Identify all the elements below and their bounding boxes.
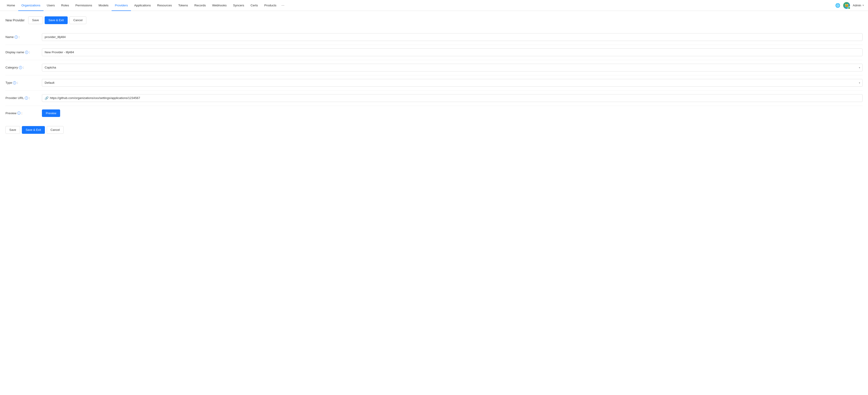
nav-item-roles[interactable]: Roles	[58, 0, 72, 11]
display-name-field	[42, 48, 863, 56]
display-name-info-icon[interactable]: i	[25, 51, 28, 54]
category-field: Captcha OAuth SAML LDAP WebAuthn ▾	[42, 64, 863, 71]
name-field	[42, 33, 863, 41]
type-row: Type i : Default ▾	[5, 75, 863, 91]
type-field: Default ▾	[42, 79, 863, 87]
nav-item-providers[interactable]: Providers	[112, 0, 131, 11]
avatar-badge	[848, 7, 850, 9]
nav-right: 🌐 🐱 Admin ▼	[835, 2, 864, 9]
type-info-icon[interactable]: i	[13, 81, 16, 85]
language-icon[interactable]: 🌐	[835, 3, 840, 8]
category-select[interactable]: Captcha OAuth SAML LDAP WebAuthn	[42, 64, 863, 71]
name-label: Name i :	[5, 35, 42, 39]
preview-button[interactable]: Preview	[42, 109, 60, 117]
category-label: Category i :	[5, 66, 42, 69]
name-input[interactable]	[42, 33, 863, 41]
preview-field: Preview	[42, 109, 863, 117]
bottom-toolbar: Save Save & Exit Cancel	[5, 126, 863, 134]
name-row: Name i :	[5, 30, 863, 45]
preview-label: Preview i :	[5, 111, 42, 115]
type-label: Type i :	[5, 81, 42, 85]
type-select[interactable]: Default	[42, 79, 863, 87]
nav-item-tokens[interactable]: Tokens	[175, 0, 191, 11]
display-name-row: Display name i :	[5, 45, 863, 60]
nav-item-products[interactable]: Products	[261, 0, 279, 11]
category-row: Category i : Captcha OAuth SAML LDAP Web…	[5, 60, 863, 75]
category-info-icon[interactable]: i	[19, 66, 22, 69]
save-exit-button-bottom[interactable]: Save & Exit	[22, 126, 45, 134]
provider-url-info-icon[interactable]: i	[25, 96, 28, 100]
nav-item-certs[interactable]: Certs	[247, 0, 261, 11]
url-input-wrapper: 🔗	[42, 94, 863, 102]
cancel-button-bottom[interactable]: Cancel	[47, 126, 64, 134]
nav-item-webhooks[interactable]: Webhooks	[209, 0, 230, 11]
nav-item-resources[interactable]: Resources	[154, 0, 175, 11]
provider-url-input[interactable]	[50, 96, 860, 100]
nav-item-organizations[interactable]: Organizations	[18, 0, 43, 11]
nav-item-models[interactable]: Models	[95, 0, 112, 11]
category-select-wrapper: Captcha OAuth SAML LDAP WebAuthn ▾	[42, 64, 863, 71]
link-icon: 🔗	[44, 96, 49, 100]
nav-item-applications[interactable]: Applications	[131, 0, 154, 11]
save-button-top[interactable]: Save	[28, 17, 43, 24]
nav-item-home[interactable]: Home	[4, 0, 18, 11]
display-name-label: Display name i :	[5, 51, 42, 54]
provider-url-label: Provider URL i :	[5, 96, 42, 100]
provider-url-row: Provider URL i : 🔗	[5, 91, 863, 106]
nav-item-syncers[interactable]: Syncers	[230, 0, 247, 11]
nav-more-button[interactable]: ···	[279, 0, 286, 11]
save-exit-button-top[interactable]: Save & Exit	[44, 17, 68, 24]
display-name-input[interactable]	[42, 48, 863, 56]
save-button-bottom[interactable]: Save	[5, 126, 20, 134]
provider-form: Name i : Display name i : Category i	[5, 30, 863, 121]
nav-item-users[interactable]: Users	[43, 0, 58, 11]
cancel-button-top[interactable]: Cancel	[69, 17, 86, 24]
nav-item-permissions[interactable]: Permissions	[72, 0, 95, 11]
preview-row: Preview i : Preview	[5, 106, 863, 121]
preview-info-icon[interactable]: i	[17, 111, 21, 115]
type-select-wrapper: Default ▾	[42, 79, 863, 87]
page-content: New Provider Save Save & Exit Cancel Nam…	[0, 11, 868, 139]
nav-bar: Home Organizations Users Roles Permissio…	[0, 0, 868, 11]
nav-items: Home Organizations Users Roles Permissio…	[4, 0, 835, 11]
avatar[interactable]: 🐱	[843, 2, 850, 9]
top-toolbar: New Provider Save Save & Exit Cancel	[5, 17, 863, 24]
page-title: New Provider	[5, 19, 25, 22]
provider-url-field: 🔗	[42, 94, 863, 102]
name-info-icon[interactable]: i	[14, 35, 18, 39]
admin-menu[interactable]: Admin ▼	[853, 4, 864, 7]
nav-item-records[interactable]: Records	[191, 0, 209, 11]
